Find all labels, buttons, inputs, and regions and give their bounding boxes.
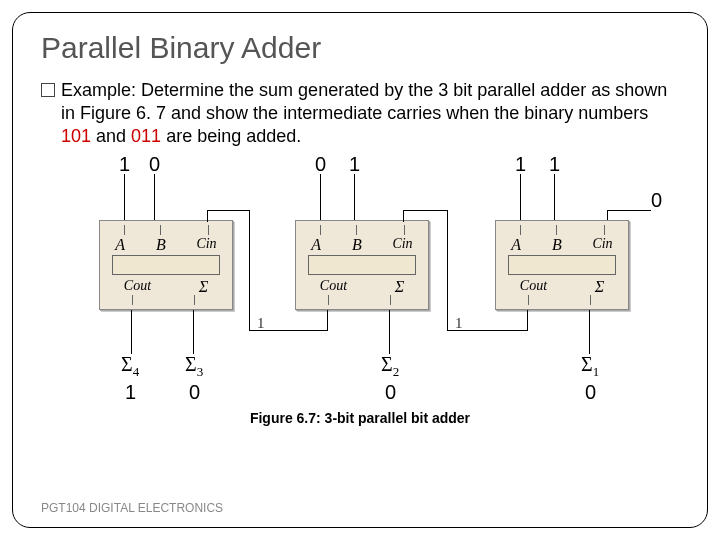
lbl-sum: Σ xyxy=(395,277,405,297)
wire-c1-down xyxy=(527,310,528,330)
wire-a3 xyxy=(124,174,125,220)
lbl-cout: Cout xyxy=(520,277,547,297)
lbl-b: B xyxy=(156,235,166,255)
example-text: Example: Determine the sum generated by … xyxy=(61,79,679,148)
wire-s2 xyxy=(389,310,390,354)
wire-s1 xyxy=(589,310,590,354)
lbl-b: B xyxy=(352,235,362,255)
lbl-sum: Σ xyxy=(199,277,209,297)
sigma-2: Σ2 xyxy=(381,352,399,381)
wire-c2-down xyxy=(327,310,328,330)
wire-a2 xyxy=(320,174,321,220)
lbl-a: A xyxy=(311,235,321,255)
wire-a1 xyxy=(520,174,521,220)
wire-cin0-h xyxy=(607,210,651,211)
example-post: are being added. xyxy=(161,126,301,146)
full-adder-2: A B Cin Cout Σ xyxy=(295,220,429,310)
cin-initial: 0 xyxy=(651,188,662,214)
carry-c2: 1 xyxy=(257,314,265,333)
sigma-3: Σ3 xyxy=(185,352,203,381)
lbl-b: B xyxy=(552,235,562,255)
lbl-cin: Cin xyxy=(592,235,612,255)
lbl-cin: Cin xyxy=(196,235,216,255)
lbl-cin: Cin xyxy=(392,235,412,255)
sigma-1: Σ1 xyxy=(581,352,599,381)
lbl-a: A xyxy=(511,235,521,255)
out-s2: 0 xyxy=(385,380,396,406)
slide-frame: Parallel Binary Adder Example: Determine… xyxy=(12,12,708,528)
example-bullet: Example: Determine the sum generated by … xyxy=(41,79,679,148)
slide-footer: PGT104 DIGITAL ELECTRONICS xyxy=(41,501,223,515)
out-s4: 1 xyxy=(125,380,136,406)
wire-c2-up xyxy=(249,210,250,331)
lbl-a: A xyxy=(115,235,125,255)
adder-diagram: 1 0 0 1 1 1 0 A B Cin xyxy=(41,152,681,412)
operand-b: 011 xyxy=(131,126,161,146)
wire-c1-top xyxy=(403,210,448,211)
wire-c1-up xyxy=(447,210,448,331)
lbl-sum: Σ xyxy=(595,277,605,297)
wire-b2 xyxy=(354,174,355,220)
carry-c1: 1 xyxy=(455,314,463,333)
out-s1: 0 xyxy=(585,380,596,406)
example-pre: Determine the sum generated by the 3 bit… xyxy=(61,80,667,123)
wire-c2-in xyxy=(207,210,208,222)
wire-c2-top xyxy=(207,210,250,211)
full-adder-1: A B Cin Cout Σ xyxy=(495,220,629,310)
wire-s4 xyxy=(131,310,132,354)
wire-b3 xyxy=(154,174,155,220)
out-s3: 0 xyxy=(189,380,200,406)
wire-c1-in xyxy=(403,210,404,222)
wire-b1 xyxy=(554,174,555,220)
lbl-cout: Cout xyxy=(320,277,347,297)
slide-body: Example: Determine the sum generated by … xyxy=(41,79,679,428)
square-bullet-icon xyxy=(41,83,55,97)
example-label: Example: xyxy=(61,80,136,100)
figure-caption: Figure 6.7: 3-bit parallel bit adder xyxy=(41,410,679,428)
wire-s3 xyxy=(193,310,194,354)
sigma-4: Σ4 xyxy=(121,352,139,381)
slide-title: Parallel Binary Adder xyxy=(41,31,679,65)
example-mid: and xyxy=(91,126,131,146)
full-adder-3: A B Cin Cout Σ xyxy=(99,220,233,310)
lbl-cout: Cout xyxy=(124,277,151,297)
operand-a: 101 xyxy=(61,126,91,146)
